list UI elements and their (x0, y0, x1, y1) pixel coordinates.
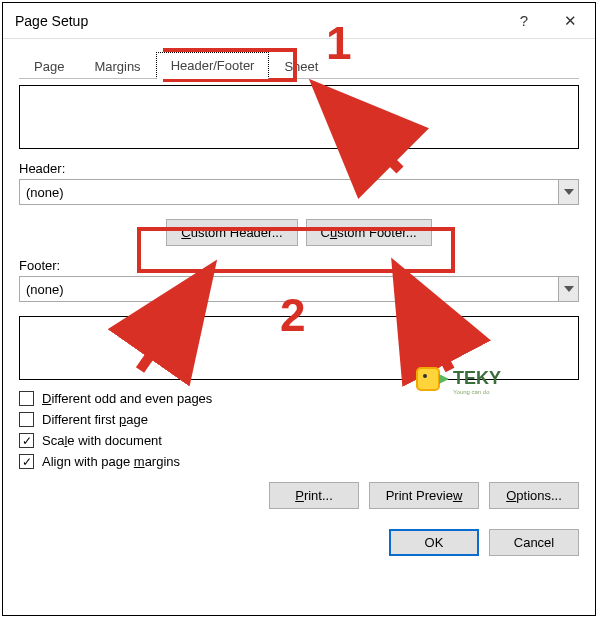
window-title: Page Setup (15, 13, 501, 29)
ok-button[interactable]: OK (389, 529, 479, 556)
tab-header-footer[interactable]: Header/Footer (156, 52, 270, 79)
checkbox-box: ✓ (19, 433, 34, 448)
custom-footer-button[interactable]: Custom Footer... (306, 219, 432, 246)
checkbox-box (19, 412, 34, 427)
checkbox-label: Different odd and even pages (42, 391, 212, 406)
checkbox-group: Different odd and even pages Different f… (19, 388, 579, 472)
options-button[interactable]: Options... (489, 482, 579, 509)
header-select[interactable]: (none) (19, 179, 579, 205)
footer-select-value: (none) (20, 282, 558, 297)
page-setup-dialog: Page Setup ? ✕ Page Margins Header/Foote… (2, 2, 596, 616)
checkbox-box (19, 391, 34, 406)
checkbox-label: Scale with document (42, 433, 162, 448)
custom-buttons-row: Custom Header... Custom Footer... (19, 219, 579, 246)
checkbox-align[interactable]: ✓ Align with page margins (19, 451, 579, 472)
chevron-down-icon[interactable] (558, 180, 578, 204)
checkbox-scale[interactable]: ✓ Scale with document (19, 430, 579, 451)
svg-marker-0 (564, 189, 574, 195)
custom-header-button[interactable]: Custom Header... (166, 219, 297, 246)
print-preview-button[interactable]: Print Preview (369, 482, 479, 509)
titlebar: Page Setup ? ✕ (3, 3, 595, 39)
tabstrip: Page Margins Header/Footer Sheet (19, 51, 579, 79)
dialog-body: Page Margins Header/Footer Sheet Header:… (3, 39, 595, 615)
help-icon[interactable]: ? (501, 4, 547, 38)
header-preview (19, 85, 579, 149)
footer-preview (19, 316, 579, 380)
checkbox-box: ✓ (19, 454, 34, 469)
print-button[interactable]: Print... (269, 482, 359, 509)
checkbox-diff-first[interactable]: Different first page (19, 409, 579, 430)
tab-page[interactable]: Page (19, 53, 79, 79)
footer-label: Footer: (19, 258, 579, 273)
chevron-down-icon[interactable] (558, 277, 578, 301)
header-label: Header: (19, 161, 579, 176)
footer-select[interactable]: (none) (19, 276, 579, 302)
print-row: Print... Print Preview Options... (19, 482, 579, 509)
checkbox-label: Different first page (42, 412, 148, 427)
close-icon[interactable]: ✕ (547, 4, 593, 38)
cancel-button[interactable]: Cancel (489, 529, 579, 556)
checkbox-diff-odd-even[interactable]: Different odd and even pages (19, 388, 579, 409)
checkbox-label: Align with page margins (42, 454, 180, 469)
header-select-value: (none) (20, 185, 558, 200)
svg-marker-1 (564, 286, 574, 292)
tab-sheet[interactable]: Sheet (269, 53, 333, 79)
dialog-buttons-row: OK Cancel (19, 529, 579, 556)
tab-margins[interactable]: Margins (79, 53, 155, 79)
